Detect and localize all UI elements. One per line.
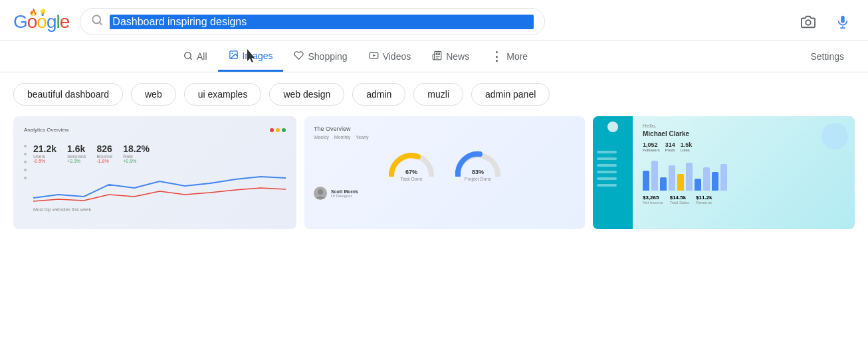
mic-icon[interactable] bbox=[831, 10, 855, 34]
card1-content: 21.2k Users -0.5% 1.6k Sessions +2.3% 82… bbox=[33, 138, 286, 219]
tab-images[interactable]: Images bbox=[218, 42, 284, 72]
card3-stat1-lbl: Followers bbox=[643, 148, 660, 152]
suggestion-ui-examples[interactable]: ui examples bbox=[184, 83, 262, 106]
tab-shopping-label: Shopping bbox=[308, 51, 347, 62]
search-input[interactable] bbox=[110, 15, 534, 29]
shopping-tab-icon bbox=[294, 50, 304, 62]
svg-line-1 bbox=[100, 22, 102, 24]
card3-stat-1: 1,052 Followers bbox=[643, 141, 660, 152]
bar-5 bbox=[677, 174, 684, 191]
circle-decoration bbox=[821, 123, 848, 149]
card3-stats: 1,052 Followers 314 Posts 1.5k Likes bbox=[643, 141, 848, 152]
teal-sidebar bbox=[593, 116, 633, 229]
suggestion-beautiful-dashboard[interactable]: beautiful dashboard bbox=[13, 83, 123, 106]
sidebar-dot bbox=[24, 145, 27, 147]
settings-link[interactable]: Settings bbox=[800, 43, 855, 70]
stat-sessions-label: Sessions bbox=[67, 154, 86, 159]
settings-label: Settings bbox=[810, 51, 844, 62]
logo-letter-g2: g bbox=[47, 11, 56, 32]
news-tab-icon bbox=[432, 50, 442, 62]
stat-bounce-value: 826 bbox=[96, 143, 112, 154]
card3-b2-lbl: Total Sales bbox=[670, 201, 689, 205]
search-bar[interactable] bbox=[80, 8, 545, 35]
header-icons bbox=[796, 10, 855, 34]
stat-users-label: Users bbox=[33, 154, 56, 159]
header: Go🔥o💡gle bbox=[0, 0, 868, 41]
dot-green bbox=[282, 128, 286, 132]
svg-text:67%: 67% bbox=[405, 169, 417, 175]
card3-b1-lbl: Net Income bbox=[643, 201, 663, 205]
tab-shopping[interactable]: Shopping bbox=[283, 43, 358, 70]
card3-stat-2: 314 Posts bbox=[665, 141, 675, 152]
card3-bottom-stats: $3,265 Net Income $14.5k Total Sales $11… bbox=[643, 195, 848, 205]
card2-tabs: Weekly Monthly Yearly bbox=[314, 135, 576, 139]
tab-videos-label: Videos bbox=[383, 51, 411, 62]
bar-2 bbox=[651, 161, 658, 191]
image-card-3[interactable]: Hello, Michael Clarke 1,052 Followers 31… bbox=[593, 116, 855, 229]
suggestion-label-4: admin bbox=[366, 89, 391, 100]
sidebar-items bbox=[593, 116, 633, 192]
suggestion-admin[interactable]: admin bbox=[352, 83, 405, 106]
logo-letter-o2: o💡 bbox=[37, 11, 47, 32]
profile-name: Scott Morris bbox=[331, 189, 358, 194]
card3-b1-val: $3,265 bbox=[643, 195, 663, 201]
stat-rate-change: +0.9% bbox=[123, 159, 150, 163]
sidebar-dot bbox=[24, 161, 27, 163]
dot-yellow bbox=[276, 128, 280, 132]
images-tab-icon bbox=[229, 50, 239, 62]
svg-marker-11 bbox=[373, 54, 376, 57]
suggestion-label-2: ui examples bbox=[198, 89, 248, 100]
logo-letter-g: G bbox=[13, 11, 27, 32]
stat-sessions-value: 1.6k bbox=[67, 143, 86, 154]
camera-icon[interactable] bbox=[796, 10, 820, 34]
card2-tab-month: Monthly bbox=[334, 135, 351, 139]
gauge2-label: Project Done bbox=[465, 177, 491, 181]
card1-body: 21.2k Users -0.5% 1.6k Sessions +2.3% 82… bbox=[24, 138, 286, 219]
tab-more[interactable]: ⋮ More bbox=[480, 41, 538, 72]
sidebar-line bbox=[597, 151, 617, 153]
card3-b3-val: $11.2k bbox=[696, 195, 712, 201]
sidebar-line bbox=[597, 177, 617, 180]
stat-rate: 18.2% Rate +0.9% bbox=[123, 143, 150, 163]
sidebar-line bbox=[597, 184, 617, 187]
card3-bottom-3: $11.2k Revenue bbox=[696, 195, 712, 205]
stat-bounce-change: -1.8% bbox=[96, 159, 112, 163]
bar-1 bbox=[643, 171, 649, 191]
card3-stat-3: 1.5k Likes bbox=[681, 141, 693, 152]
stat-sessions-change: +2.3% bbox=[67, 159, 86, 163]
suggestion-admin-panel[interactable]: admin panel bbox=[471, 83, 550, 106]
card2-gauges: 67% Task Done 83% Project Done bbox=[314, 150, 576, 181]
card3-b2-val: $14.5k bbox=[670, 195, 689, 201]
suggestion-label-0: beautiful dashboard bbox=[27, 89, 109, 100]
stat-bounce: 826 Bounce -1.8% bbox=[96, 143, 112, 163]
image-card-1[interactable]: Analytics Overview 21.2k Users bbox=[13, 116, 296, 229]
google-logo[interactable]: Go🔥o💡gle bbox=[13, 11, 69, 33]
suggestion-label-6: admin panel bbox=[485, 89, 536, 100]
image-card-2[interactable]: The Overview Weekly Monthly Yearly 67% T… bbox=[304, 116, 585, 229]
search-icon bbox=[91, 14, 103, 29]
sidebar-dot bbox=[24, 177, 27, 179]
sidebar-spacer bbox=[597, 136, 629, 147]
suggestion-muzli[interactable]: muzli bbox=[413, 83, 463, 106]
logo-letter-e: e bbox=[60, 11, 70, 32]
stat-bounce-label: Bounce bbox=[96, 154, 112, 159]
suggestion-label-1: web bbox=[145, 89, 162, 100]
profile-info: Scott Morris UI Designer bbox=[331, 189, 358, 198]
videos-tab-icon bbox=[369, 50, 379, 62]
suggestion-web-design[interactable]: web design bbox=[269, 83, 344, 106]
card2-tab-year: Yearly bbox=[356, 135, 368, 139]
tab-news[interactable]: News bbox=[421, 43, 480, 70]
card3-bottom-1: $3,265 Net Income bbox=[643, 195, 663, 205]
search-tab-icon bbox=[183, 51, 193, 62]
dot-red bbox=[270, 128, 274, 132]
bar-3 bbox=[660, 177, 667, 191]
bar-8 bbox=[703, 167, 710, 191]
card3-stat2-val: 314 bbox=[665, 141, 675, 148]
tab-videos[interactable]: Videos bbox=[358, 43, 422, 70]
stat-sessions: 1.6k Sessions +2.3% bbox=[67, 143, 86, 163]
suggestion-web[interactable]: web bbox=[131, 83, 176, 106]
tab-all[interactable]: All bbox=[173, 43, 218, 70]
tab-more-label: More bbox=[506, 51, 528, 62]
sidebar-line bbox=[597, 157, 617, 160]
card2-tab-week: Weekly bbox=[314, 135, 329, 139]
